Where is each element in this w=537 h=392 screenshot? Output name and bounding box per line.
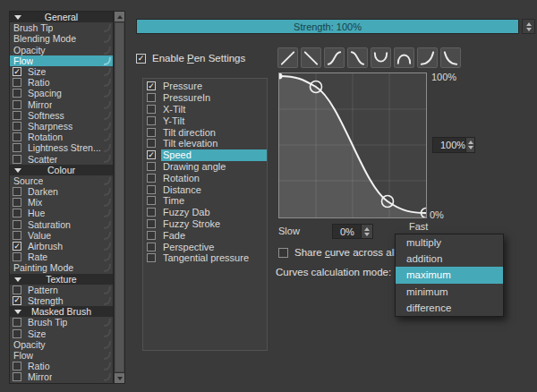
checkbox[interactable]: [147, 139, 156, 148]
checkbox[interactable]: [13, 220, 21, 229]
dropdown-item-maximum[interactable]: maximum: [396, 267, 503, 283]
checkbox[interactable]: [147, 208, 156, 217]
sidebar-item-ratio[interactable]: Ratio: [10, 361, 113, 371]
pen-option-tangential-pressure[interactable]: Tangential pressure: [143, 252, 267, 264]
spin-down-icon[interactable]: [468, 146, 473, 149]
checkbox[interactable]: ✓: [147, 81, 156, 90]
checkbox[interactable]: [147, 253, 156, 262]
dropdown-item-minimum[interactable]: minimum: [396, 284, 503, 300]
enable-pen-settings[interactable]: ✓ Enable Pen Settings: [136, 53, 245, 64]
sidebar-item-mirror[interactable]: Mirror: [10, 99, 113, 110]
share-curve-checkbox[interactable]: [278, 248, 288, 258]
checkbox[interactable]: [147, 185, 156, 194]
sidebar-item-scatter[interactable]: Scatter: [10, 153, 113, 164]
preset-steep-fall-button[interactable]: [440, 47, 461, 68]
sidebar-scrollbar[interactable]: [113, 12, 124, 383]
sidebar-item-softness[interactable]: Softness: [10, 110, 113, 121]
curve-editor[interactable]: [278, 72, 427, 218]
sidebar-item-source[interactable]: Source: [10, 175, 113, 186]
checkbox[interactable]: [147, 116, 156, 125]
checkbox[interactable]: ✓: [13, 67, 21, 76]
sidebar-item-brush-tip[interactable]: Brush Tip: [10, 317, 113, 328]
checkbox[interactable]: [13, 318, 21, 327]
checkbox[interactable]: [147, 162, 156, 171]
pen-option-pressurein[interactable]: PressureIn: [143, 92, 267, 104]
sidebar-item-mix[interactable]: Mix: [10, 197, 113, 208]
sidebar-item-strength[interactable]: ✓Strength: [10, 295, 113, 306]
checkbox[interactable]: [147, 219, 156, 228]
checkbox[interactable]: ✓: [147, 150, 156, 159]
sidebar-item-pattern[interactable]: Pattern: [10, 285, 113, 295]
sidebar-item-size[interactable]: ✓Size: [10, 66, 113, 77]
checkbox[interactable]: [147, 231, 156, 240]
checkbox[interactable]: ✓: [13, 296, 21, 305]
sidebar-item-flow[interactable]: Flow: [10, 55, 113, 66]
pen-option-fade[interactable]: Fade: [143, 229, 267, 241]
pen-option-pressure[interactable]: ✓Pressure: [143, 81, 267, 92]
y-value[interactable]: 100%: [432, 137, 465, 153]
sidebar-item-painting-mode[interactable]: Painting Mode: [10, 262, 113, 273]
sidebar-item-mirror[interactable]: Mirror: [10, 371, 113, 382]
sidebar-item-blending-mode[interactable]: Blending Mode: [10, 33, 113, 44]
preset-linear-descending-button[interactable]: [301, 47, 321, 68]
sidebar-item-airbrush[interactable]: ✓Airbrush: [10, 241, 113, 251]
pen-option-speed[interactable]: ✓Speed: [143, 149, 267, 161]
section-header-masked-brush[interactable]: Masked Brush: [10, 306, 113, 317]
enable-pen-checkbox[interactable]: ✓: [136, 54, 146, 64]
sidebar-item-brush-tip[interactable]: Brush Tip: [10, 22, 113, 33]
strength-slider[interactable]: Strength: 100%: [136, 19, 519, 34]
checkbox[interactable]: [13, 209, 21, 217]
spin-down-icon[interactable]: [364, 233, 370, 236]
checkbox[interactable]: [13, 132, 21, 141]
sidebar-item-lightness-stren[interactable]: Lightness Stren...: [10, 142, 113, 153]
checkbox[interactable]: [13, 122, 21, 131]
preset-u-valley-button[interactable]: [371, 47, 391, 68]
sidebar-item-ratio[interactable]: Ratio: [10, 77, 113, 88]
checkbox[interactable]: [13, 143, 21, 152]
checkbox[interactable]: [13, 155, 21, 164]
x-value-spinbox[interactable]: 0%: [332, 224, 373, 239]
checkbox[interactable]: [147, 93, 156, 102]
preset-s-curve-ascending-button[interactable]: [324, 47, 345, 68]
preset-s-curve-descending-button[interactable]: [347, 47, 368, 68]
pen-option-y-tilt[interactable]: Y-Tilt: [143, 115, 267, 126]
pen-option-rotation[interactable]: Rotation: [143, 172, 267, 183]
sidebar-item-spacing[interactable]: Spacing: [10, 88, 113, 98]
sidebar-item-value[interactable]: Value: [10, 230, 113, 241]
sidebar-item-saturation[interactable]: Saturation: [10, 219, 113, 230]
checkbox[interactable]: [13, 285, 21, 294]
pen-option-fuzzy-stroke[interactable]: Fuzzy Stroke: [143, 218, 267, 230]
checkbox[interactable]: [13, 78, 21, 87]
preset-concave-rise-button[interactable]: [417, 47, 438, 68]
spin-down-icon[interactable]: [526, 28, 532, 31]
checkbox[interactable]: [13, 111, 21, 120]
checkbox[interactable]: [13, 362, 21, 371]
pen-option-distance[interactable]: Distance: [143, 183, 267, 195]
preset-arch-button[interactable]: [394, 47, 414, 68]
section-header-texture[interactable]: Texture: [10, 274, 113, 285]
pen-option-tilt-elevation[interactable]: Tilt elevation: [143, 138, 267, 149]
dropdown-item-addition[interactable]: addition: [396, 251, 503, 267]
pen-option-fuzzy-dab[interactable]: Fuzzy Dab: [143, 207, 267, 218]
pen-option-x-tilt[interactable]: X-Tilt: [143, 104, 267, 115]
x-value-spinner[interactable]: [361, 224, 373, 239]
checkbox[interactable]: [13, 198, 21, 207]
checkbox[interactable]: [13, 187, 21, 196]
sidebar-item-hue[interactable]: Hue: [10, 208, 113, 218]
sidebar-item-opacity[interactable]: Opacity: [10, 339, 113, 350]
sidebar-item-darken[interactable]: Darken: [10, 186, 113, 197]
sidebar-item-opacity[interactable]: Opacity: [10, 45, 113, 55]
sidebar-item-sharpness[interactable]: Sharpness: [10, 121, 113, 132]
section-header-general[interactable]: General: [10, 12, 113, 22]
sidebar-item-flow[interactable]: Flow: [10, 350, 113, 361]
preset-linear-ascending-button[interactable]: [277, 47, 298, 68]
scroll-down-icon[interactable]: [115, 373, 124, 383]
strength-spinner[interactable]: [522, 19, 535, 34]
y-value-spinner[interactable]: [465, 137, 475, 153]
checkbox[interactable]: [147, 105, 156, 114]
sidebar-item-size[interactable]: Size: [10, 328, 113, 338]
checkbox[interactable]: [13, 231, 21, 240]
pen-option-tilt-direction[interactable]: Tilt direction: [143, 126, 267, 138]
pen-option-perspective[interactable]: Perspective: [143, 241, 267, 252]
checkbox[interactable]: [147, 196, 156, 205]
